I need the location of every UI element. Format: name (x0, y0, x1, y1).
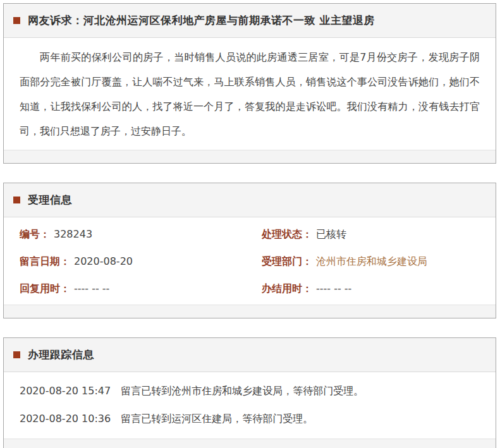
tracking-panel-header: 办理跟踪信息 (4, 338, 496, 372)
tracking-entry: 2020-08-20 15:47留言已转到沧州市住房和城乡建设局，等待部门受理。 (20, 377, 496, 405)
field-completion-time-value: ---- -- -- (316, 282, 351, 294)
appeal-panel: 网友诉求：河北沧州运河区保利地产房屋与前期承诺不一致 业主望退房 两年前买的保利… (3, 3, 496, 164)
acceptance-panel-footer (4, 305, 496, 318)
field-number: 编号：328243 (20, 221, 262, 248)
square-bullet-icon (13, 351, 20, 358)
tracking-list: 2020-08-20 15:47留言已转到沧州市住房和城乡建设局，等待部门受理。… (4, 372, 496, 439)
acceptance-panel: 受理信息 编号：328243 处理状态：已核转 留言日期：2020-08-20 … (3, 183, 496, 318)
field-number-label: 编号： (20, 228, 50, 240)
acceptance-fields: 编号：328243 处理状态：已核转 留言日期：2020-08-20 受理部门：… (4, 217, 496, 305)
field-department-value: 沧州市住房和城乡建设局 (316, 255, 427, 267)
tracking-entry: 2020-08-20 10:36留言已转到运河区住建局，等待部门受理。 (20, 405, 496, 433)
acceptance-title: 受理信息 (28, 193, 72, 207)
field-status: 处理状态：已核转 (262, 221, 496, 248)
field-reply-time-value: ---- -- -- (74, 282, 109, 294)
field-message-date: 留言日期：2020-08-20 (20, 248, 262, 275)
appeal-panel-header: 网友诉求：河北沧州运河区保利地产房屋与前期承诺不一致 业主望退房 (4, 4, 496, 38)
tracking-entry-time: 2020-08-20 10:36 (20, 413, 111, 425)
field-message-date-value: 2020-08-20 (74, 255, 133, 267)
square-bullet-icon (13, 17, 20, 24)
tracking-panel-footer (4, 439, 496, 448)
field-completion-time-label: 办结用时： (262, 282, 312, 294)
tracking-entry-time: 2020-08-20 15:47 (20, 385, 111, 397)
square-bullet-icon (13, 197, 20, 203)
field-department: 受理部门：沧州市住房和城乡建设局 (262, 248, 496, 275)
appeal-panel-footer (4, 150, 496, 163)
tracking-title: 办理跟踪信息 (28, 348, 94, 362)
field-number-value: 328243 (54, 228, 92, 240)
tracking-entry-text: 留言已转到沧州市住房和城乡建设局，等待部门受理。 (121, 385, 363, 397)
field-department-label: 受理部门： (262, 255, 312, 267)
tracking-entry-text: 留言已转到运河区住建局，等待部门受理。 (121, 413, 313, 425)
appeal-body: 两年前买的保利公司的房子，当时销售人员说的此房通透三居室，可是7月份交房子，发现… (4, 38, 496, 150)
tracking-panel: 办理跟踪信息 2020-08-20 15:47留言已转到沧州市住房和城乡建设局，… (3, 337, 496, 448)
appeal-title: 网友诉求：河北沧州运河区保利地产房屋与前期承诺不一致 业主望退房 (28, 13, 375, 28)
field-completion-time: 办结用时：---- -- -- (262, 275, 496, 302)
appeal-text: 两年前买的保利公司的房子，当时销售人员说的此房通透三居室，可是7月份交房子，发现… (20, 45, 480, 143)
complaint-detail-page: 网友诉求：河北沧州运河区保利地产房屋与前期承诺不一致 业主望退房 两年前买的保利… (0, 0, 500, 448)
field-status-label: 处理状态： (262, 228, 312, 240)
field-reply-time: 回复用时：---- -- -- (20, 275, 262, 302)
field-status-value: 已核转 (316, 228, 346, 240)
field-message-date-label: 留言日期： (20, 255, 70, 267)
field-reply-time-label: 回复用时： (20, 282, 70, 294)
acceptance-panel-header: 受理信息 (4, 183, 496, 217)
